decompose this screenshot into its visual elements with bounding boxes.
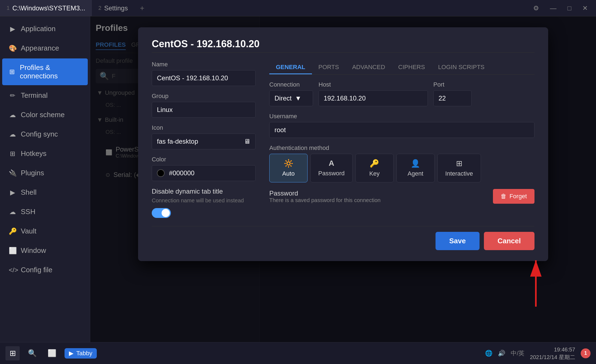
auth-key[interactable]: 🔑 Key: [355, 154, 394, 182]
auth-field-group: Authentication method 🔆 Auto A Password: [269, 144, 534, 182]
sidebar-item-label: Config file: [21, 266, 52, 274]
sidebar: ▶ Application 🎨 Appearance ⊞ Profiles & …: [0, 16, 90, 342]
close-button[interactable]: ✕: [580, 3, 591, 13]
interactive-icon: ⊞: [456, 159, 462, 168]
minimize-button[interactable]: —: [547, 3, 559, 13]
key-icon: 🔑: [370, 159, 379, 168]
sidebar-item-terminal[interactable]: ✏ Terminal: [2, 86, 88, 105]
sidebar-item-profiles[interactable]: ⊞ Profiles & connections: [2, 58, 88, 85]
sidebar-item-label: Hotkeys: [21, 149, 46, 158]
agent-label: Agent: [408, 170, 423, 177]
sidebar-item-vault[interactable]: 🔑 Vault: [2, 222, 88, 240]
password-method-label: Password: [318, 170, 345, 177]
dialog-footer: Save Cancel: [152, 226, 534, 250]
tab-ports[interactable]: PORTS: [312, 61, 346, 74]
shell-icon: ▶: [9, 189, 16, 196]
sidebar-item-shell[interactable]: ▶ Shell: [2, 183, 88, 202]
icon-picker[interactable]: fas fa-desktop 🖥: [152, 134, 256, 149]
dialog-tabs: GENERAL PORTS ADVANCED CIPHERS LOGIN SCR…: [269, 61, 534, 75]
dialog-overlay: CentOS - 192.168.10.20 Name Group Icon: [90, 16, 596, 342]
icon-label: Icon: [152, 124, 256, 131]
username-label: Username: [269, 113, 534, 120]
window-icon: ⬜: [9, 247, 16, 254]
host-input[interactable]: [319, 90, 428, 106]
forget-button[interactable]: 🗑 Forget: [493, 189, 534, 204]
sidebar-item-ssh[interactable]: ☁ SSH: [2, 203, 88, 221]
password-info: Password There is a saved password for t…: [269, 190, 381, 203]
tab-login-scripts[interactable]: LOGIN SCRIPTS: [431, 61, 491, 74]
tab-ciphers[interactable]: CIPHERS: [392, 61, 432, 74]
sidebar-item-plugins[interactable]: 🔌 Plugins: [2, 164, 88, 182]
dialog-left: Name Group Icon fas fa-desktop 🖥: [152, 61, 256, 218]
trash-icon: 🗑: [501, 193, 507, 200]
interactive-label: Interactive: [445, 170, 473, 177]
password-label: Password: [269, 190, 381, 197]
connection-value: Direct: [274, 94, 292, 102]
network-icon: 🌐: [485, 350, 492, 357]
username-input[interactable]: [269, 122, 534, 138]
maximize-button[interactable]: □: [565, 3, 574, 13]
username-field-group: Username: [269, 113, 534, 138]
password-header: Password There is a saved password for t…: [269, 189, 534, 204]
sidebar-item-configfile[interactable]: </> Config file: [2, 261, 88, 279]
clock: 19:46:57 2021/12/14 星期二: [530, 346, 575, 361]
chevron-down-icon: ▼: [295, 94, 302, 102]
auth-agent[interactable]: 👤 Agent: [396, 154, 435, 182]
disable-tab-toggle[interactable]: [152, 208, 171, 218]
taskview-button[interactable]: ⬜: [45, 346, 59, 360]
cancel-button[interactable]: Cancel: [484, 232, 534, 250]
save-button[interactable]: Save: [436, 232, 480, 250]
windows-icon: ⊞: [10, 349, 16, 358]
group-label: Group: [152, 93, 256, 100]
connection-select[interactable]: Direct ▼: [269, 90, 313, 106]
color-field-group: Color #000000: [152, 156, 256, 181]
search-taskbar-button[interactable]: 🔍: [25, 346, 39, 360]
password-section: Password There is a saved password for t…: [269, 189, 534, 204]
tab-settings[interactable]: 2 Settings: [92, 0, 135, 16]
start-button[interactable]: ⊞: [5, 346, 20, 360]
app-taskbar-label: Tabby: [76, 350, 92, 357]
name-input[interactable]: [152, 70, 256, 86]
agent-icon: 👤: [411, 159, 420, 168]
sidebar-item-window[interactable]: ⬜ Window: [2, 241, 88, 260]
auto-label: Auto: [282, 170, 294, 177]
connection-label: Connection: [269, 81, 313, 88]
sidebar-item-colorscheme[interactable]: ☁ Color scheme: [2, 106, 88, 124]
toggle-desc: Connection name will be used instead: [152, 197, 256, 204]
host-field: Host: [319, 81, 428, 106]
terminal-icon: ✏: [9, 92, 16, 99]
color-swatch: [157, 169, 165, 177]
sidebar-item-application[interactable]: ▶ Application: [2, 20, 88, 38]
appearance-icon: 🎨: [9, 45, 16, 52]
add-tab-button[interactable]: +: [135, 4, 150, 13]
taskbar-right: 🌐 🔊 中/英 19:46:57 2021/12/14 星期二 1: [485, 346, 591, 361]
tab-advanced[interactable]: ADVANCED: [346, 61, 392, 74]
auth-auto[interactable]: 🔆 Auto: [269, 154, 308, 182]
sidebar-item-label: Window: [21, 246, 46, 255]
color-picker[interactable]: #000000: [152, 165, 256, 181]
notification-badge[interactable]: 1: [581, 348, 591, 358]
settings-icon[interactable]: ⚙: [530, 3, 542, 13]
tab-settings-label: Settings: [104, 4, 128, 12]
tab-terminal[interactable]: 1 C:\Windows\SYSTEM3...: [0, 0, 92, 16]
group-field-group: Group: [152, 93, 256, 118]
name-field-group: Name: [152, 61, 256, 86]
name-label: Name: [152, 61, 256, 68]
active-app-taskbar[interactable]: ▶ Tabby: [65, 348, 97, 359]
main-content: Profiles PROFILES GROUPS Default profile…: [90, 16, 596, 342]
application-icon: ▶: [9, 25, 16, 33]
sidebar-item-label: Config sync: [21, 130, 58, 138]
tab-general[interactable]: GENERAL: [269, 61, 312, 74]
auth-methods: 🔆 Auto A Password 🔑 Key: [269, 154, 534, 182]
auth-password[interactable]: A Password: [310, 154, 353, 182]
time-display: 19:46:57: [530, 346, 575, 353]
sidebar-item-configsync[interactable]: ☁ Config sync: [2, 125, 88, 143]
ssh-icon: ☁: [9, 208, 16, 216]
auth-interactive[interactable]: ⊞ Interactive: [437, 154, 481, 182]
sidebar-item-hotkeys[interactable]: ⊞ Hotkeys: [2, 144, 88, 163]
sidebar-item-label: SSH: [21, 208, 35, 216]
group-input[interactable]: [152, 102, 256, 118]
port-input[interactable]: [433, 90, 472, 106]
sidebar-item-appearance[interactable]: 🎨 Appearance: [2, 39, 88, 57]
icon-value: fas fa-desktop: [157, 138, 198, 145]
